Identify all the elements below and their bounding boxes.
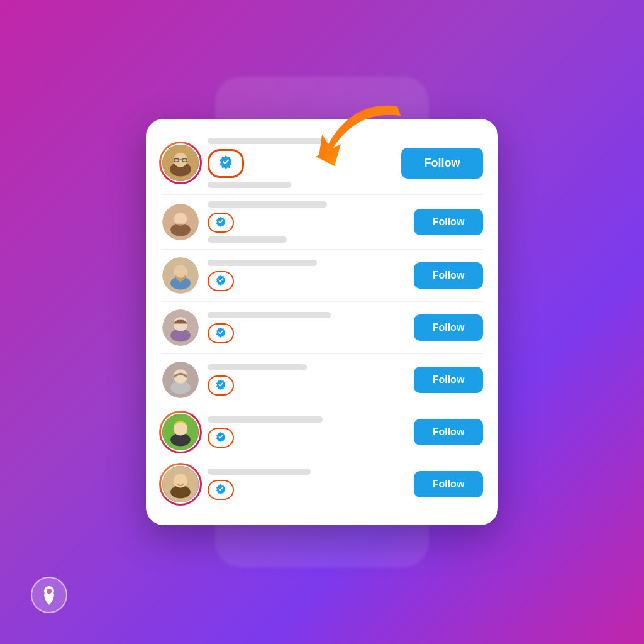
verified-badge	[208, 149, 244, 178]
main-card: Follow Follow Follow Follow Follow Follo…	[146, 119, 498, 525]
avatar	[161, 256, 200, 295]
svg-point-18	[174, 317, 187, 331]
verified-check-icon	[218, 154, 233, 173]
user-content-area	[208, 312, 406, 343]
verified-badge	[208, 375, 234, 396]
user-content-area	[208, 201, 406, 243]
user-content-area	[208, 469, 406, 500]
follow-button[interactable]: Follow	[414, 314, 483, 341]
verified-check-icon	[215, 379, 226, 392]
verified-badge	[208, 213, 234, 233]
user-content-area	[208, 416, 406, 448]
user-row: Follow	[161, 195, 483, 250]
verified-badge	[208, 271, 234, 291]
follow-button[interactable]: Follow	[414, 471, 483, 497]
handle-bar	[208, 236, 287, 243]
avatar	[161, 203, 200, 242]
username-bar	[208, 260, 317, 266]
user-row: Follow	[161, 406, 483, 458]
svg-point-12	[174, 213, 187, 226]
avatar	[161, 413, 200, 452]
handle-bar	[208, 182, 291, 188]
verified-badge	[208, 480, 234, 500]
follow-button[interactable]: Follow	[414, 209, 483, 235]
verified-badge	[208, 428, 234, 448]
username-bar	[208, 312, 331, 318]
verified-check-icon	[215, 483, 226, 497]
verified-check-icon	[215, 326, 226, 340]
user-row: Follow	[161, 458, 483, 510]
verified-check-icon	[215, 431, 226, 445]
avatar	[161, 360, 200, 399]
follow-button[interactable]: Follow	[401, 148, 483, 179]
avatar	[161, 465, 200, 504]
user-row: Follow	[161, 354, 483, 406]
username-bar	[208, 364, 307, 370]
verified-check-icon	[215, 274, 226, 288]
user-content-area	[208, 260, 406, 291]
user-content-area	[208, 364, 406, 396]
avatar	[161, 308, 200, 347]
username-bar	[208, 201, 327, 208]
user-list: Follow Follow Follow Follow Follow Follo…	[161, 131, 483, 510]
avatar	[161, 143, 200, 182]
user-content-area	[208, 138, 394, 188]
verified-check-icon	[215, 216, 226, 230]
follow-button[interactable]: Follow	[414, 367, 483, 393]
verified-badge	[208, 323, 234, 343]
follow-button[interactable]: Follow	[414, 419, 483, 445]
user-row: Follow	[161, 131, 483, 195]
user-row: Follow	[161, 302, 483, 354]
username-bar	[208, 416, 323, 423]
user-row: Follow	[161, 250, 483, 302]
app-logo	[30, 576, 68, 614]
username-bar	[208, 138, 328, 144]
svg-point-2	[47, 589, 52, 594]
username-bar	[208, 469, 311, 475]
follow-button[interactable]: Follow	[414, 262, 483, 289]
